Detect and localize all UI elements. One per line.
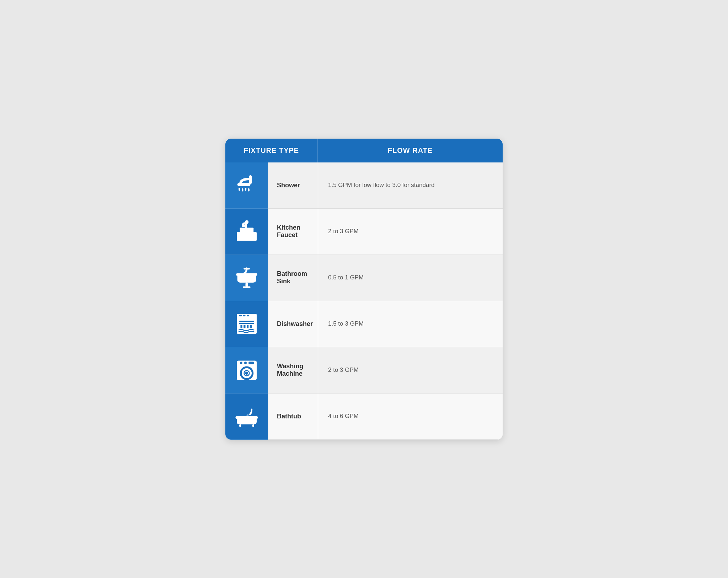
svg-rect-39 [236,416,258,419]
svg-rect-1 [237,183,251,186]
dishwasher-icon [234,311,259,336]
table-row: Dishwasher 1.5 to 3 GPM [225,301,503,347]
bathroom-sink-icon-cell [225,255,268,301]
flow-rate-header: FLOW RATE [318,139,503,162]
svg-rect-19 [239,315,242,316]
svg-rect-7 [246,232,247,241]
bathtub-flow-rate: 4 to 6 GPM [318,394,503,440]
svg-rect-13 [243,268,250,269]
svg-rect-4 [245,188,246,191]
shower-icon [234,173,259,198]
washing-machine-name: Washing Machine [268,347,318,394]
table-row: Kitchen Faucet 2 to 3 GPM [225,209,503,255]
svg-rect-26 [247,325,248,328]
svg-rect-23 [239,323,254,324]
svg-rect-32 [248,362,254,364]
svg-rect-8 [240,236,244,237]
kitchen-faucet-name: Kitchen Faucet [268,209,318,255]
dishwasher-flow-rate: 1.5 to 3 GPM [318,301,503,347]
svg-rect-2 [239,188,240,191]
shower-flow-rate: 1.5 GPM for low flow to 3.0 for standard [318,162,503,209]
svg-point-37 [247,414,249,416]
fixture-type-header: FIXTURE TYPE [225,139,318,162]
svg-point-12 [245,220,249,224]
bathroom-sink-name: Bathroom Sink [268,255,318,301]
kitchen-faucet-flow-rate: 2 to 3 GPM [318,209,503,255]
svg-rect-40 [239,424,241,427]
table-row: Bathroom Sink 0.5 to 1 GPM [225,255,503,301]
shower-icon-cell [225,162,268,209]
svg-rect-41 [252,424,254,427]
svg-rect-20 [243,315,246,316]
dishwasher-icon-cell [225,301,268,347]
svg-rect-27 [250,325,252,328]
svg-point-30 [240,362,242,364]
svg-rect-5 [248,188,250,192]
washing-machine-icon-cell [225,347,268,394]
svg-rect-22 [239,321,254,322]
bathtub-icon [234,404,259,429]
fixture-flow-rate-table: FIXTURE TYPE FLOW RATE [225,139,503,440]
svg-rect-9 [250,236,254,237]
svg-rect-10 [240,228,254,233]
kitchen-faucet-icon [234,219,259,244]
svg-rect-14 [236,273,257,276]
svg-rect-24 [241,325,242,328]
svg-rect-25 [243,325,245,328]
table-row: Bathtub 4 to 6 GPM [225,394,503,440]
svg-rect-15 [246,283,248,287]
bathroom-sink-flow-rate: 0.5 to 1 GPM [318,255,503,301]
bathroom-sink-icon [234,265,259,290]
table-row: Washing Machine 2 to 3 GPM [225,347,503,394]
table-header: FIXTURE TYPE FLOW RATE [225,139,503,162]
table-row: Shower 1.5 GPM for low flow to 3.0 for s… [225,162,503,209]
svg-rect-21 [247,315,249,316]
kitchen-faucet-icon-cell [225,209,268,255]
svg-rect-16 [243,287,251,288]
svg-point-31 [244,362,247,364]
table-body: Shower 1.5 GPM for low flow to 3.0 for s… [225,162,503,440]
washing-machine-icon [234,358,259,382]
svg-rect-3 [242,188,243,192]
bathtub-icon-cell [225,394,268,440]
washing-machine-flow-rate: 2 to 3 GPM [318,347,503,394]
bathtub-name: Bathtub [268,394,318,440]
dishwasher-name: Dishwasher [268,301,318,347]
shower-name: Shower [268,162,318,209]
